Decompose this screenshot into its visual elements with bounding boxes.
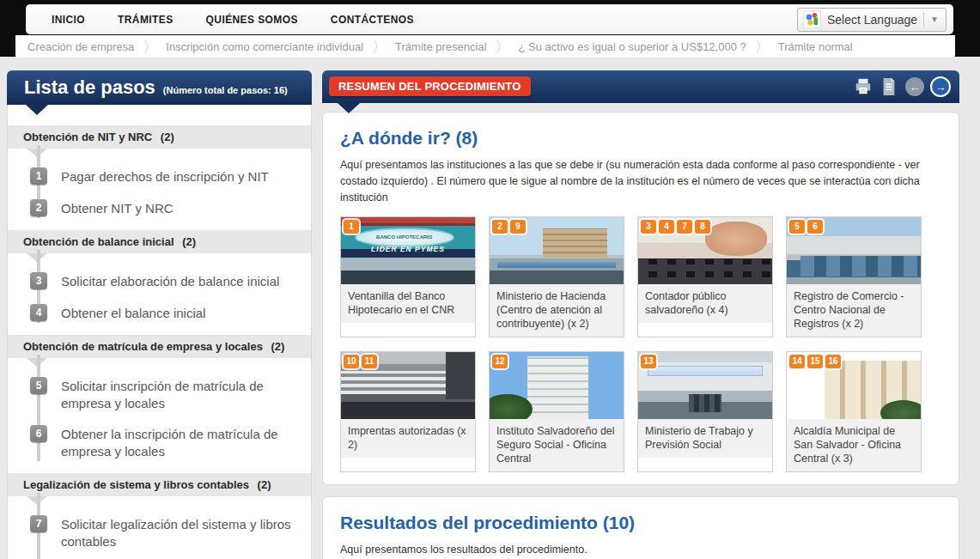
institution-photo: BANCO HIPOTECARIO LIDER EN PYMES 1 — [341, 217, 475, 284]
step-group-header[interactable]: Obtención de NIT y NRC (2) — [8, 125, 311, 149]
tile-caption: Registro de Comercio - Centro Nacional d… — [787, 284, 921, 337]
step-number-badge: 4 — [30, 304, 47, 321]
nav-item-contactenos[interactable]: CONTÁCTENOS — [322, 14, 423, 26]
breadcrumb-item[interactable]: Trámite normal — [778, 40, 853, 53]
step-number-badge: 6 — [30, 425, 47, 442]
institution-photo: 13 — [638, 352, 772, 419]
step-ref-badge: 3 — [641, 220, 656, 234]
where-to-go-section: ¿A dónde ir? (8) Aquí presentamos las in… — [322, 112, 959, 485]
arrow-left-icon[interactable]: ← — [904, 76, 925, 97]
step-label: Solicitar legalización del sistema y lib… — [61, 515, 299, 550]
steps-total-count: (Número total de pasos: 16) — [163, 85, 288, 95]
step-item-4[interactable]: 4 Obtener el balance inicial — [8, 297, 311, 329]
institution-tiles: BANCO HIPOTECARIO LIDER EN PYMES 1 Venta… — [340, 216, 941, 472]
group-count: (2) — [271, 340, 285, 353]
tile-ministerio-trabajo[interactable]: 13 Ministerio de Trabajo y Previsión Soc… — [637, 351, 773, 472]
step-group-header[interactable]: Legalización de sistema y libros contabl… — [8, 473, 311, 496]
step-label: Obtener la inscripción de matrícula de e… — [61, 425, 299, 459]
tile-contador-publico[interactable]: 3 4 7 8 Contador público salvadoreño (x … — [637, 216, 773, 337]
step-item-5[interactable]: 5 Solicitar inscripción de matrícula de … — [8, 370, 311, 418]
step-item-1[interactable]: 1 Pagar derechos de inscripción y NIT — [8, 161, 311, 192]
step-label: Obtener NIT y NRC — [61, 199, 173, 217]
step-group-header[interactable]: Obtención de matrícula de empresa y loca… — [8, 335, 311, 358]
institution-photo: 10 11 — [341, 352, 475, 419]
institution-photo: 2 9 — [490, 217, 624, 284]
nav-item-inicio[interactable]: INICIO — [43, 14, 94, 26]
step-label: Pagar derechos de inscripción y NIT — [61, 167, 269, 185]
institution-photo: 14 15 16 — [787, 352, 921, 419]
tile-isss[interactable]: 12 Instituto Salvadoreño del Seguro Soci… — [489, 351, 624, 472]
step-item-7[interactable]: 7 Solicitar legalización del sistema y l… — [8, 508, 311, 556]
group-count: (2) — [161, 131, 174, 143]
steps-sidebar-title: Lista de pasos — [24, 70, 155, 105]
steps-list: Obtención de NIT y NRC (2) 1 Pagar derec… — [7, 105, 312, 559]
header-pointer-icon — [338, 103, 360, 113]
step-ref-badge: 11 — [362, 355, 377, 368]
step-item-3[interactable]: 3 Solicitar elaboración de balance inici… — [8, 265, 311, 297]
nav-item-tramites[interactable]: TRÁMITES — [109, 14, 182, 26]
tile-caption: Alcaldía Municipal de San Salvador - Ofi… — [787, 419, 921, 471]
print-icon[interactable] — [853, 76, 873, 97]
step-group: 1 Pagar derechos de inscripción y NIT 2 … — [8, 157, 311, 230]
step-ref-badge: 2 — [492, 220, 508, 234]
nav-item-quienes-somos[interactable]: QUIÉNES SOMOS — [198, 14, 307, 26]
institution-photo: 5 6 — [787, 217, 921, 284]
step-number-badge: 2 — [30, 199, 47, 216]
step-label: Obtener el balance inicial — [61, 304, 205, 322]
tile-caption: Imprentas autorizadas (x 2) — [341, 419, 475, 458]
step-ref-badge: 1 — [344, 220, 359, 234]
step-ref-badge: 15 — [807, 355, 823, 368]
step-ref-badge: 8 — [695, 220, 710, 234]
step-ref-badge: 14 — [789, 355, 805, 368]
group-label: Obtención de matrícula de empresa y loca… — [23, 340, 263, 353]
tile-banco-hipotecario[interactable]: BANCO HIPOTECARIO LIDER EN PYMES 1 Venta… — [340, 216, 476, 337]
language-selector-label: Select Language — [827, 13, 917, 27]
step-number-badge: 5 — [30, 377, 47, 394]
tile-imprentas[interactable]: 10 11 Imprentas autorizadas (x 2) — [340, 351, 476, 472]
breadcrumb-item[interactable]: Creación de empresa — [27, 40, 134, 53]
step-group-header[interactable]: Obtención de balance inicial (2) — [8, 230, 311, 253]
breadcrumb-separator-icon: 〉 — [496, 39, 510, 54]
tile-caption: Ministerio de Trabajo y Previsión Social — [638, 419, 772, 458]
step-ref-badge: 4 — [659, 220, 674, 234]
steps-sidebar-header: Lista de pasos (Número total de pasos: 1… — [7, 70, 312, 105]
document-icon[interactable] — [879, 76, 899, 97]
banco-awning-text: LIDER EN PYMES — [341, 245, 475, 253]
group-count: (2) — [182, 235, 196, 248]
step-item-6[interactable]: 6 Obtener la inscripción de matrícula de… — [8, 418, 311, 466]
step-group: 7 Solicitar legalización del sistema y l… — [8, 505, 311, 559]
step-item-2[interactable]: 2 Obtener NIT y NRC — [8, 192, 311, 224]
language-divider — [923, 12, 924, 27]
arrow-right-icon[interactable]: → — [930, 76, 951, 97]
group-label: Obtención de NIT y NRC — [23, 131, 152, 143]
step-label: Solicitar elaboración de balance inicial — [61, 272, 279, 290]
breadcrumb: Creación de empresa 〉 Inscripción como c… — [15, 35, 955, 58]
tile-caption: Ventanilla del Banco Hipotecario en el C… — [341, 284, 475, 323]
step-ref-badge: 6 — [807, 220, 823, 234]
tile-caption: Ministerio de Hacienda (Centro de atenci… — [490, 284, 624, 337]
header-toolbar: ← → — [853, 76, 951, 97]
tile-ministerio-hacienda[interactable]: 2 9 Ministerio de Hacienda (Centro de at… — [489, 216, 624, 337]
breadcrumb-item[interactable]: Inscripción como comerciante individual — [166, 40, 363, 53]
breadcrumb-separator-icon: 〉 — [143, 39, 157, 54]
tile-registro-comercio[interactable]: 5 6 Registro de Comercio - Centro Nacion… — [786, 216, 922, 337]
step-ref-badge: 5 — [789, 220, 805, 234]
procedure-summary-badge: RESUMEN DEL PROCEDIMIENTO — [329, 76, 531, 96]
group-label: Legalización de sistema y libros contabl… — [23, 478, 249, 491]
procedure-summary-header: RESUMEN DEL PROCEDIMIENTO — [322, 70, 959, 103]
step-ref-badge: 7 — [677, 220, 692, 234]
top-navbar: INICIO TRÁMITES QUIÉNES SOMOS CONTÁCTENO… — [26, 4, 953, 34]
step-number-badge: 7 — [30, 515, 47, 532]
breadcrumb-item[interactable]: ¿ Su activo es igual o superior a US$12,… — [519, 40, 746, 53]
results-title: Resultados del procedimiento (10) — [340, 513, 941, 533]
tile-alcaldia[interactable]: 14 15 16 Alcaldía Municipal de San Salva… — [786, 351, 922, 472]
steps-sidebar: Lista de pasos (Número total de pasos: 1… — [7, 70, 312, 559]
step-ref-badge: 10 — [344, 355, 359, 368]
where-to-go-description: Aquí presentamos las instituciones a las… — [340, 157, 941, 205]
google-translate-icon — [803, 10, 821, 28]
results-section: Resultados del procedimiento (10) Aquí p… — [322, 496, 959, 559]
breadcrumb-item[interactable]: Trámite presencial — [395, 40, 486, 53]
tile-caption: Contador público salvadoreño (x 4) — [638, 284, 772, 323]
institution-photo: 12 — [490, 352, 624, 419]
language-selector[interactable]: Select Language ▼ — [797, 8, 947, 32]
